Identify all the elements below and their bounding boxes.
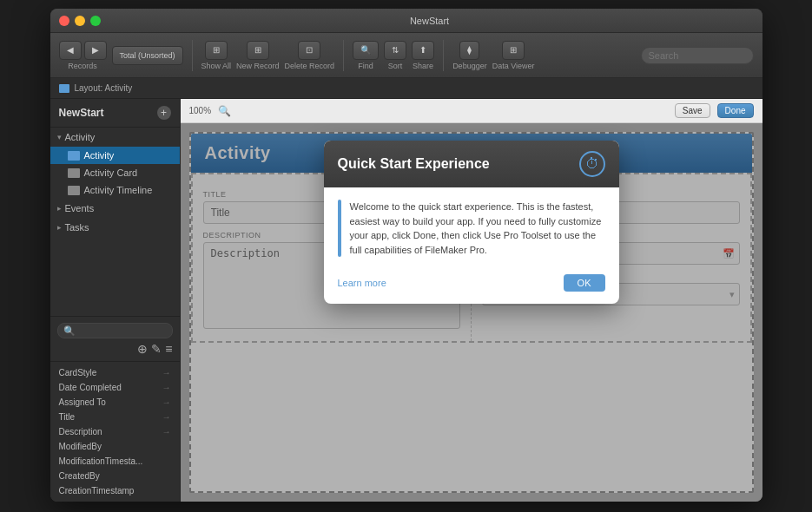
learn-more-link[interactable]: Learn more (338, 278, 386, 288)
sidebar-search: ⊕ ✎ ≡ (50, 316, 180, 361)
field-item-assignedto[interactable]: Assigned To → (50, 395, 180, 410)
share-section: ⬆ Share (412, 41, 434, 70)
delete-record-label: Delete Record (285, 62, 335, 70)
field-item-description[interactable]: Description → (50, 424, 180, 439)
layout-icon (68, 168, 80, 178)
chevron-down-icon: ▾ (57, 133, 62, 141)
titlebar: NewStart (50, 9, 762, 33)
find-label: Find (358, 62, 373, 70)
field-item-datecompleted[interactable]: Date Completed → (50, 380, 180, 395)
modal-header: Quick Start Experience ⏱ (324, 141, 619, 187)
modal-overlay: Quick Start Experience ⏱ Welcome to the … (181, 123, 762, 502)
new-record-button[interactable]: ⊞ (247, 41, 269, 60)
zoom-icon[interactable]: 🔍 (218, 105, 231, 117)
debugger-section: ⧫ Debugger (452, 41, 487, 70)
modal-footer: Learn more OK (324, 269, 619, 304)
field-item-createdby: CreatedBy (50, 469, 180, 483)
divider-3 (443, 40, 444, 71)
app-name: NewStart (59, 107, 104, 119)
arrow-icon: → (162, 412, 171, 422)
content-topbar: 100% 🔍 Save Done (181, 99, 762, 123)
field-item-modificationtimestamp: ModificationTimesta... (50, 454, 180, 469)
modal-title: Quick Start Experience (338, 156, 490, 172)
new-record-label: New Record (236, 62, 280, 70)
maximize-button[interactable] (90, 16, 101, 26)
quick-start-modal: Quick Start Experience ⏱ Welcome to the … (324, 141, 619, 304)
canvas-area: Activity TITLE DESCRIPTION (181, 123, 762, 502)
sidebar-item-activity[interactable]: Activity (50, 147, 180, 164)
arrow-icon: → (162, 427, 171, 437)
field-item-title[interactable]: Title → (50, 410, 180, 424)
records-section: ◀ ▶ Records (59, 41, 107, 70)
edit-field-icon[interactable]: ✎ (151, 342, 162, 356)
field-search-input[interactable] (57, 323, 173, 338)
field-item-modifiedby: ModifiedBy (50, 439, 180, 454)
field-item-creationtimestamp: CreationTimestamp (50, 483, 180, 498)
layout-bar: Layout: Activity (50, 78, 762, 99)
data-viewer-section: ⊞ Data Viewer (492, 41, 535, 70)
total-section: Total (Unsorted) (112, 46, 183, 65)
add-field-icon[interactable]: ⊕ (137, 342, 148, 356)
data-viewer-label: Data Viewer (492, 62, 535, 70)
sidebar-item-activity-card[interactable]: Activity Card (50, 164, 180, 181)
debugger-button[interactable]: ⧫ (459, 41, 479, 60)
sidebar-group-events[interactable]: ▸ Events (50, 199, 180, 218)
blue-bar (338, 200, 341, 257)
sidebar-item-activity-timeline[interactable]: Activity Timeline (50, 181, 180, 199)
sort-label: Sort (388, 62, 403, 70)
window-title: NewStart (106, 16, 754, 26)
new-record-section: ⊞ New Record (236, 41, 280, 70)
find-button[interactable]: 🔍 (353, 41, 379, 60)
delete-record-button[interactable]: ⊡ (298, 41, 320, 60)
layout-icon (59, 84, 69, 93)
modal-body: Welcome to the quick start experience. T… (324, 187, 619, 269)
sort-section: ⇅ Sort (384, 41, 406, 70)
toolbar: ◀ ▶ Records Total (Unsorted) ⊞ Show All … (50, 33, 762, 78)
modal-body-text: Welcome to the quick start experience. T… (350, 200, 605, 257)
share-label: Share (413, 62, 433, 70)
sidebar: NewStart + ▾ Activity Activity (50, 99, 181, 502)
sidebar-header: NewStart + (50, 99, 180, 128)
ok-button[interactable]: OK (564, 274, 605, 292)
sidebar-group-tasks[interactable]: ▸ Tasks (50, 218, 180, 237)
divider-2 (343, 40, 344, 71)
more-icon[interactable]: ≡ (165, 342, 172, 356)
close-button[interactable] (59, 16, 69, 26)
sort-button[interactable]: ⇅ (384, 41, 406, 60)
done-button[interactable]: Done (717, 103, 754, 118)
arrow-icon: → (162, 397, 171, 407)
records-label: Records (68, 62, 97, 70)
layout-icon (68, 151, 80, 161)
show-all-section: ⊞ Show All (201, 41, 232, 70)
share-button[interactable]: ⬆ (412, 41, 434, 60)
field-list: CardStyle → Date Completed → Assigned To… (50, 361, 180, 502)
layout-icon (68, 186, 80, 195)
delete-record-section: ⊡ Delete Record (285, 41, 335, 70)
show-all-label: Show All (201, 62, 232, 70)
sidebar-group-activity[interactable]: ▾ Activity (50, 128, 180, 147)
total-button[interactable]: Total (Unsorted) (112, 46, 183, 65)
search-input[interactable] (641, 47, 754, 64)
debugger-label: Debugger (452, 62, 487, 70)
next-record-button[interactable]: ▶ (84, 41, 107, 60)
zoom-level[interactable]: 100% (189, 106, 212, 115)
minimize-button[interactable] (75, 16, 85, 26)
chevron-right-icon: ▸ (57, 223, 62, 232)
show-all-button[interactable]: ⊞ (205, 41, 228, 60)
data-viewer-button[interactable]: ⊞ (502, 41, 525, 60)
chevron-right-icon: ▸ (57, 204, 62, 213)
right-content: 100% 🔍 Save Done Activity (181, 99, 762, 502)
app-window: NewStart ◀ ▶ Records Total (Unsorted) ⊞ … (50, 9, 762, 502)
layout-label: Layout: Activity (75, 83, 133, 93)
arrow-icon: → (162, 383, 171, 392)
sidebar-nav: ▾ Activity Activity Activity Card (50, 128, 180, 316)
timer-icon: ⏱ (579, 151, 605, 177)
prev-record-button[interactable]: ◀ (59, 41, 82, 60)
field-item-cardstyle[interactable]: CardStyle → (50, 365, 180, 380)
add-button[interactable]: + (157, 106, 171, 120)
arrow-icon: → (162, 368, 171, 377)
save-button[interactable]: Save (675, 103, 710, 118)
find-section: 🔍 Find (353, 41, 379, 70)
divider-1 (192, 40, 193, 71)
